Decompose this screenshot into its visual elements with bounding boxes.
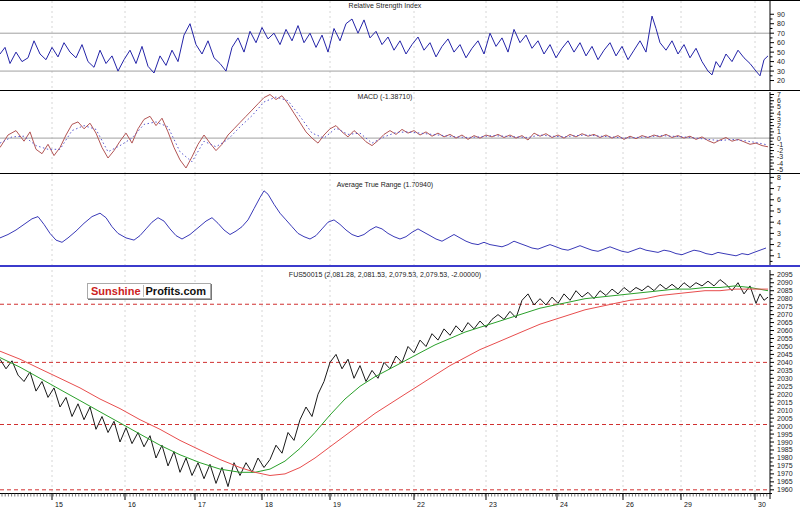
svg-text:19: 19 bbox=[333, 501, 341, 508]
svg-text:2030: 2030 bbox=[777, 375, 793, 382]
svg-text:2025: 2025 bbox=[777, 383, 793, 390]
svg-text:1: 1 bbox=[777, 252, 781, 259]
sunshineprofits-logo: SunshineProfits.com bbox=[87, 283, 211, 299]
svg-text:2060: 2060 bbox=[777, 327, 793, 334]
svg-text:5: 5 bbox=[777, 207, 781, 214]
logo-sunshine: Sunshine bbox=[91, 285, 144, 297]
svg-text:80: 80 bbox=[777, 20, 785, 27]
svg-text:2: 2 bbox=[777, 241, 781, 248]
logo-profits: Profits.com bbox=[146, 285, 207, 297]
svg-text:2050: 2050 bbox=[777, 343, 793, 350]
x-axis: 1516171819222324262930 bbox=[0, 493, 800, 512]
rsi-plot[interactable]: 9080706050403020 bbox=[0, 1, 800, 90]
svg-text:23: 23 bbox=[489, 501, 497, 508]
svg-text:-5: -5 bbox=[777, 166, 783, 173]
svg-text:2075: 2075 bbox=[777, 303, 793, 310]
macd-atr-divider[interactable] bbox=[0, 173, 800, 174]
svg-text:1965: 1965 bbox=[777, 478, 793, 485]
svg-text:1985: 1985 bbox=[777, 446, 793, 453]
svg-text:18: 18 bbox=[265, 501, 273, 508]
svg-text:4: 4 bbox=[777, 219, 781, 226]
macd-plot[interactable]: 76543210-1-2-3-4-5 bbox=[0, 92, 800, 173]
svg-text:2095: 2095 bbox=[777, 271, 793, 278]
svg-text:70: 70 bbox=[777, 30, 785, 37]
svg-text:2090: 2090 bbox=[777, 279, 793, 286]
svg-text:2035: 2035 bbox=[777, 367, 793, 374]
svg-text:8: 8 bbox=[777, 174, 781, 181]
rsi-macd-divider[interactable] bbox=[0, 90, 800, 91]
svg-text:1970: 1970 bbox=[777, 470, 793, 477]
svg-text:2070: 2070 bbox=[777, 311, 793, 318]
svg-text:1980: 1980 bbox=[777, 454, 793, 461]
svg-text:50: 50 bbox=[777, 49, 785, 56]
svg-text:15: 15 bbox=[55, 501, 63, 508]
svg-text:20: 20 bbox=[777, 77, 785, 84]
svg-text:26: 26 bbox=[626, 501, 634, 508]
svg-text:2000: 2000 bbox=[777, 423, 793, 430]
svg-text:2065: 2065 bbox=[777, 319, 793, 326]
svg-text:16: 16 bbox=[128, 501, 136, 508]
svg-text:6: 6 bbox=[777, 196, 781, 203]
svg-text:29: 29 bbox=[684, 501, 692, 508]
svg-text:1975: 1975 bbox=[777, 462, 793, 469]
svg-text:3: 3 bbox=[777, 230, 781, 237]
svg-text:40: 40 bbox=[777, 58, 785, 65]
chart-window: Relative Strength Index MACD (-1.38710) … bbox=[0, 0, 800, 512]
svg-text:2010: 2010 bbox=[777, 407, 793, 414]
svg-text:2080: 2080 bbox=[777, 295, 793, 302]
svg-text:30: 30 bbox=[777, 68, 785, 75]
svg-text:22: 22 bbox=[417, 501, 425, 508]
svg-text:1995: 1995 bbox=[777, 431, 793, 438]
svg-text:2020: 2020 bbox=[777, 391, 793, 398]
svg-text:90: 90 bbox=[777, 11, 785, 18]
svg-text:17: 17 bbox=[198, 501, 206, 508]
atr-plot[interactable]: 876543210 bbox=[0, 174, 800, 267]
svg-text:2045: 2045 bbox=[777, 351, 793, 358]
svg-text:30: 30 bbox=[758, 501, 766, 508]
svg-text:24: 24 bbox=[560, 501, 568, 508]
svg-text:2015: 2015 bbox=[777, 399, 793, 406]
svg-text:7: 7 bbox=[777, 185, 781, 192]
svg-text:1960: 1960 bbox=[777, 486, 793, 493]
svg-text:1990: 1990 bbox=[777, 439, 793, 446]
svg-text:2085: 2085 bbox=[777, 287, 793, 294]
svg-text:2040: 2040 bbox=[777, 359, 793, 366]
svg-text:2055: 2055 bbox=[777, 335, 793, 342]
svg-text:60: 60 bbox=[777, 39, 785, 46]
price-plot[interactable]: 2095209020852080207520702065206020552050… bbox=[0, 270, 800, 493]
svg-text:2005: 2005 bbox=[777, 415, 793, 422]
atr-price-divider[interactable] bbox=[0, 265, 800, 267]
